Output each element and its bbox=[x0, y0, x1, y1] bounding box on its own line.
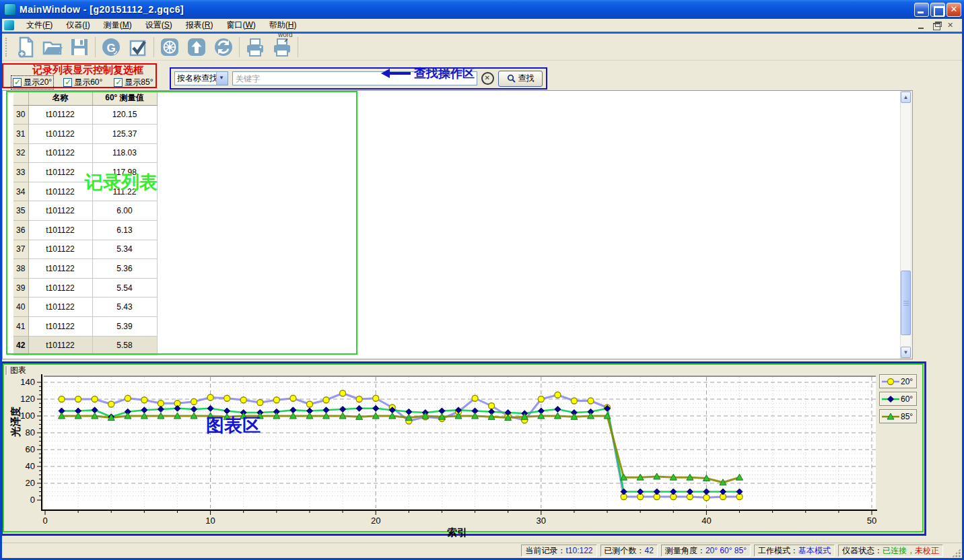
legend-item-60[interactable]: 60° bbox=[879, 392, 917, 406]
name-cell[interactable]: t101122 bbox=[28, 143, 92, 163]
save-button[interactable] bbox=[66, 35, 93, 59]
display-checkbox-1[interactable]: 显示60° bbox=[62, 76, 104, 89]
minimize-icon[interactable] bbox=[914, 3, 929, 17]
column-header-1[interactable]: 60° 测量值 bbox=[92, 91, 157, 105]
table-row[interactable]: 39t1011225.54 bbox=[13, 278, 157, 298]
row-number-cell[interactable]: 39 bbox=[13, 278, 28, 298]
legend-item-20[interactable]: 20° bbox=[879, 374, 917, 388]
value-cell[interactable]: 6.00 bbox=[92, 201, 157, 221]
print-button[interactable] bbox=[242, 35, 269, 59]
upload-button[interactable] bbox=[183, 35, 210, 59]
wheel-button[interactable] bbox=[156, 35, 183, 59]
name-cell[interactable]: t101122 bbox=[28, 105, 92, 125]
row-number-cell[interactable]: 36 bbox=[13, 221, 28, 240]
row-number-cell[interactable]: 38 bbox=[13, 259, 28, 279]
value-cell[interactable]: 5.43 bbox=[92, 298, 157, 317]
chevron-down-icon[interactable] bbox=[216, 72, 228, 85]
mdi-close-icon[interactable] bbox=[946, 21, 957, 30]
legend-item-85[interactable]: 85° bbox=[879, 409, 917, 423]
clear-search-icon[interactable] bbox=[481, 72, 494, 85]
toolbar-grip[interactable] bbox=[5, 38, 8, 57]
row-number-cell[interactable]: 30 bbox=[13, 105, 28, 125]
find-button[interactable]: 查找 bbox=[498, 71, 543, 87]
row-number-cell[interactable]: 42 bbox=[13, 336, 28, 355]
value-cell[interactable]: 111.22 bbox=[92, 182, 157, 201]
column-header-0[interactable]: 名称 bbox=[28, 91, 92, 105]
name-cell[interactable]: t101122 bbox=[28, 259, 92, 279]
sync-icon bbox=[213, 36, 234, 58]
name-cell[interactable]: t101122 bbox=[28, 240, 92, 259]
table-row[interactable]: 34t101122111.22 bbox=[13, 182, 157, 201]
scroll-down-icon[interactable]: ▼ bbox=[901, 347, 911, 358]
table-row[interactable]: 37t1011225.34 bbox=[13, 240, 157, 259]
table-row[interactable]: 41t1011225.39 bbox=[13, 317, 157, 337]
mdi-restore-icon[interactable] bbox=[931, 21, 942, 30]
table-row[interactable]: 40t1011225.43 bbox=[13, 298, 157, 317]
row-number-cell[interactable]: 41 bbox=[13, 317, 28, 337]
checkbox-checked-icon[interactable] bbox=[13, 78, 22, 87]
menu-item-m[interactable]: 测量(M) bbox=[97, 18, 139, 32]
menu-item-i[interactable]: 仪器(I) bbox=[59, 18, 96, 32]
table-row[interactable]: 33t101122117.98 bbox=[13, 163, 157, 182]
name-cell[interactable]: t101122 bbox=[28, 201, 92, 221]
scroll-up-icon[interactable]: ▲ bbox=[901, 92, 911, 103]
checkbox-checked-icon[interactable] bbox=[63, 78, 72, 87]
row-number-cell[interactable]: 37 bbox=[13, 240, 28, 259]
name-cell[interactable]: t101122 bbox=[28, 125, 92, 144]
record-table[interactable]: 名称60° 测量值30t101122120.1531t101122125.373… bbox=[13, 91, 158, 355]
name-cell[interactable]: t101122 bbox=[28, 163, 92, 182]
row-number-cell[interactable]: 35 bbox=[13, 201, 28, 221]
name-cell[interactable]: t101122 bbox=[28, 182, 92, 201]
table-row[interactable]: 38t1011225.36 bbox=[13, 259, 157, 279]
vertical-scrollbar[interactable]: ▲ ▼ bbox=[900, 91, 911, 359]
export-word-button[interactable]: word bbox=[269, 35, 296, 59]
value-cell[interactable]: 5.54 bbox=[92, 278, 157, 298]
name-cell[interactable]: t101122 bbox=[28, 336, 92, 355]
verify-check-button[interactable] bbox=[125, 35, 151, 59]
table-row[interactable]: 35t1011226.00 bbox=[13, 201, 157, 221]
mdi-minimize-icon[interactable] bbox=[916, 21, 927, 30]
value-cell[interactable]: 5.34 bbox=[92, 240, 157, 259]
table-row[interactable]: 30t101122120.15 bbox=[13, 105, 157, 125]
row-number-cell[interactable]: 31 bbox=[13, 125, 28, 144]
close-icon[interactable] bbox=[946, 3, 961, 17]
name-cell[interactable]: t101122 bbox=[28, 298, 92, 317]
menu-item-r[interactable]: 报表(R) bbox=[179, 18, 220, 32]
status-label: 仪器状态： bbox=[842, 546, 883, 555]
name-cell[interactable]: t101122 bbox=[28, 317, 92, 337]
maximize-icon[interactable] bbox=[930, 3, 945, 17]
name-cell[interactable]: t101122 bbox=[28, 278, 92, 298]
sync-button[interactable] bbox=[210, 35, 237, 59]
row-number-cell[interactable]: 34 bbox=[13, 182, 28, 201]
scrollbar-thumb[interactable] bbox=[901, 271, 911, 335]
triangle-marker-icon bbox=[881, 412, 900, 421]
row-number-cell[interactable]: 32 bbox=[13, 143, 28, 163]
open-file-button[interactable] bbox=[39, 35, 66, 59]
menu-item-w[interactable]: 窗口(W) bbox=[219, 18, 262, 32]
table-row[interactable]: 31t101122125.37 bbox=[13, 125, 157, 144]
row-number-cell[interactable]: 40 bbox=[13, 298, 28, 317]
value-cell[interactable]: 6.13 bbox=[92, 221, 157, 240]
row-number-cell[interactable]: 33 bbox=[13, 163, 28, 182]
status-label: 已测个数： bbox=[605, 546, 645, 555]
table-row[interactable]: 36t1011226.13 bbox=[13, 221, 157, 240]
table-row[interactable]: 42t1011225.58 bbox=[13, 336, 157, 355]
value-cell[interactable]: 125.37 bbox=[92, 125, 157, 144]
checkbox-checked-icon[interactable] bbox=[114, 78, 123, 87]
name-cell[interactable]: t101122 bbox=[28, 221, 92, 240]
new-file-button[interactable] bbox=[12, 35, 39, 59]
display-checkbox-2[interactable]: 显示85° bbox=[112, 76, 154, 89]
value-cell[interactable]: 120.15 bbox=[92, 105, 157, 125]
g-logo-button[interactable]: G bbox=[98, 35, 125, 59]
menu-item-f[interactable]: 文件(F) bbox=[20, 18, 59, 32]
search-mode-select[interactable]: 按名称查找 bbox=[174, 71, 228, 85]
menu-item-s[interactable]: 设置(S) bbox=[139, 18, 179, 32]
value-cell[interactable]: 5.39 bbox=[92, 317, 157, 337]
display-checkbox-0[interactable]: 显示20° bbox=[11, 76, 53, 89]
value-cell[interactable]: 5.36 bbox=[92, 259, 157, 279]
table-row[interactable]: 32t101122118.03 bbox=[13, 143, 157, 163]
value-cell[interactable]: 118.03 bbox=[92, 143, 157, 163]
toolbar-separator bbox=[95, 37, 96, 57]
value-cell[interactable]: 5.58 bbox=[92, 336, 157, 355]
value-cell[interactable]: 117.98 bbox=[92, 163, 157, 182]
